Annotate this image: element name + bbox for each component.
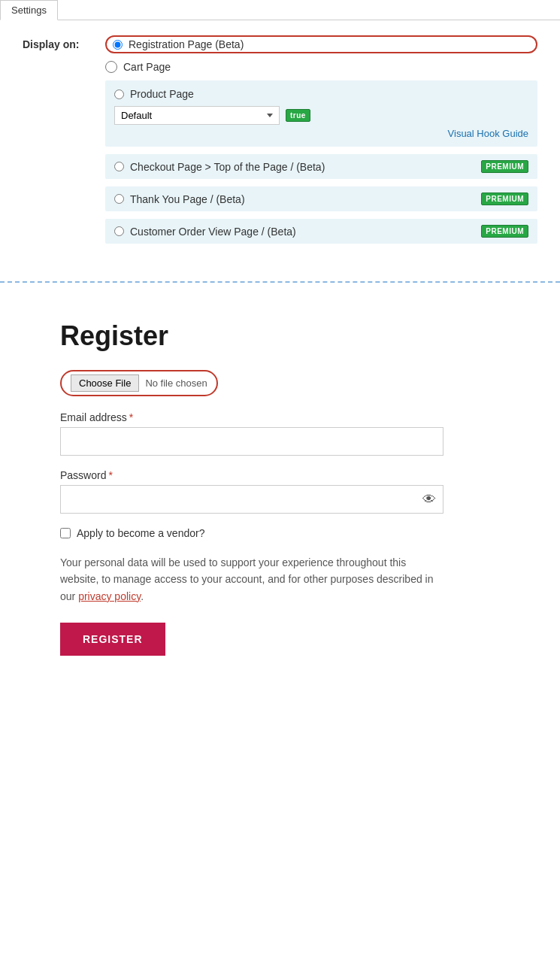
- radio-cart[interactable]: [105, 61, 117, 73]
- product-page-select[interactable]: Default: [114, 106, 280, 125]
- premium-badge-customer-order: PREMIUM: [481, 225, 528, 238]
- settings-panel: Settings Display on: Registration Page (…: [0, 0, 560, 259]
- file-input-wrapper: Choose File No file chosen: [60, 370, 218, 396]
- radio-option-customer-order[interactable]: Customer Order View Page / (Beta) PREMIU…: [105, 219, 537, 244]
- vendor-checkbox-label: Apply to become a vendor?: [77, 527, 204, 539]
- file-no-chosen-label: No file chosen: [145, 377, 207, 389]
- email-required-star: *: [129, 411, 133, 423]
- radio-thankyou[interactable]: [114, 194, 124, 204]
- radio-product-label: Product Page: [130, 88, 194, 100]
- vendor-checkbox[interactable]: [60, 528, 71, 538]
- premium-badge-product: true: [286, 109, 310, 122]
- radio-customer-order-label: Customer Order View Page / (Beta): [130, 226, 475, 238]
- premium-badge-thankyou: PREMIUM: [481, 193, 528, 205]
- register-title: Register: [60, 320, 530, 352]
- privacy-policy-link[interactable]: privacy policy: [78, 590, 141, 602]
- password-wrapper: 👁: [60, 485, 443, 514]
- password-label: Password*: [60, 469, 530, 481]
- radio-customer-order[interactable]: [114, 226, 124, 236]
- email-input[interactable]: [60, 427, 443, 456]
- password-field-group: Password* 👁: [60, 469, 530, 514]
- display-on-label: Display on:: [23, 35, 90, 50]
- visual-hook-guide-link[interactable]: Visual Hook Guide: [114, 128, 528, 139]
- register-button[interactable]: REGISTER: [60, 623, 165, 656]
- settings-tab[interactable]: Settings: [0, 0, 58, 20]
- password-required-star: *: [108, 469, 112, 481]
- radio-options: Registration Page (Beta) Cart Page Produ…: [105, 35, 537, 244]
- vendor-checkbox-row: Apply to become a vendor?: [60, 527, 530, 539]
- radio-option-thankyou[interactable]: Thank You Page / (Beta) PREMIUM: [105, 186, 537, 211]
- radio-checkout[interactable]: [114, 162, 124, 171]
- section-divider: [0, 281, 560, 283]
- radio-option-checkout[interactable]: Checkout Page > Top of the Page / (Beta)…: [105, 154, 537, 179]
- choose-file-button[interactable]: Choose File: [71, 374, 139, 392]
- radio-thankyou-label: Thank You Page / (Beta): [130, 193, 475, 205]
- radio-option-cart[interactable]: Cart Page: [105, 61, 537, 73]
- radio-checkout-label: Checkout Page > Top of the Page / (Beta): [130, 161, 475, 173]
- premium-badge-checkout: PREMIUM: [481, 160, 528, 173]
- privacy-text: Your personal data will be used to suppo…: [60, 554, 443, 605]
- radio-registration[interactable]: [113, 40, 123, 50]
- email-field-group: Email address*: [60, 411, 530, 456]
- radio-option-registration[interactable]: Registration Page (Beta): [105, 35, 537, 53]
- radio-cart-label: Cart Page: [123, 61, 171, 73]
- file-input-circle: Choose File No file chosen: [60, 370, 218, 396]
- password-toggle-eye-icon[interactable]: 👁: [422, 492, 436, 508]
- radio-product[interactable]: [114, 89, 124, 99]
- product-page-block: Product Page Default true Visual Hook Gu…: [105, 80, 537, 147]
- register-section: Register Choose File No file chosen Emai…: [0, 305, 560, 686]
- password-input[interactable]: [60, 485, 443, 514]
- radio-registration-label: Registration Page (Beta): [129, 38, 244, 50]
- email-label: Email address*: [60, 411, 530, 423]
